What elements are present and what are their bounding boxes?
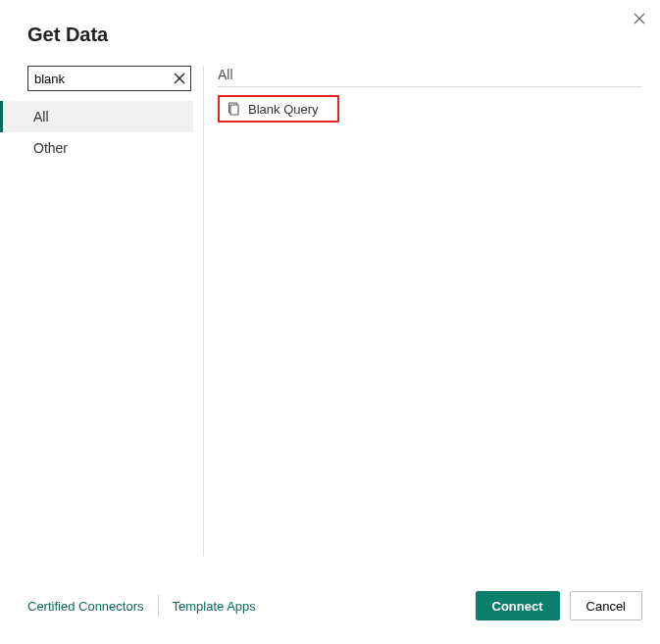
get-data-dialog: Get Data All Other All — [0, 0, 660, 644]
result-blank-query[interactable]: Blank Query — [218, 95, 339, 123]
close-icon[interactable] — [631, 10, 648, 27]
sidebar: All Other — [0, 66, 204, 556]
blank-query-icon — [226, 101, 241, 117]
dialog-footer: Certified Connectors Template Apps Conne… — [27, 591, 642, 620]
footer-links: Certified Connectors Template Apps — [27, 595, 256, 617]
certified-connectors-link[interactable]: Certified Connectors — [27, 599, 144, 614]
results-header: All — [218, 66, 642, 87]
footer-divider — [158, 595, 159, 617]
search-wrap — [27, 66, 193, 91]
dialog-body: All Other All Blank Query — [0, 66, 660, 556]
category-all[interactable]: All — [0, 101, 193, 132]
connect-button[interactable]: Connect — [476, 591, 560, 620]
dialog-title: Get Data — [0, 0, 660, 66]
footer-buttons: Connect Cancel — [476, 591, 642, 620]
search-input[interactable] — [27, 66, 191, 91]
clear-search-icon[interactable] — [172, 71, 187, 86]
category-label: Other — [33, 140, 68, 156]
category-other[interactable]: Other — [0, 132, 193, 164]
main-panel: All Blank Query — [204, 66, 660, 556]
category-label: All — [33, 109, 49, 124]
svg-rect-5 — [230, 105, 238, 115]
result-label: Blank Query — [248, 102, 319, 117]
template-apps-link[interactable]: Template Apps — [173, 599, 256, 614]
category-list: All Other — [0, 101, 193, 164]
cancel-button[interactable]: Cancel — [570, 591, 642, 620]
